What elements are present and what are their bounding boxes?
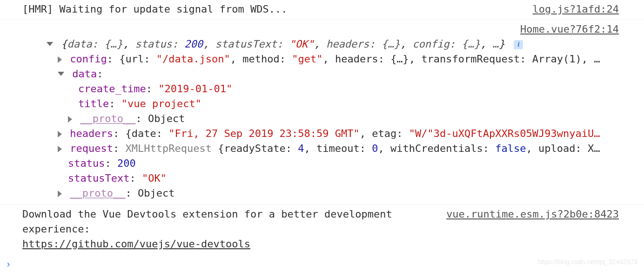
summary-text: {data: {…}, status: 200, statusText: "OK… — [61, 38, 511, 50]
hmr-message: [HMR] Waiting for update signal from WDS… — [22, 2, 533, 17]
devtools-link[interactable]: https://github.com/vuejs/vue-devtools — [22, 238, 250, 250]
chevron-right-icon[interactable] — [68, 116, 72, 123]
object-summary[interactable]: {data: {…}, status: 200, statusText: "OK… — [22, 37, 644, 52]
prop-data[interactable]: data: — [22, 67, 644, 82]
console-entry-object: Home.vue?76f2:14 {data: {…}, status: 200… — [0, 20, 644, 205]
console-entry-devtools: Download the Vue Devtools extension for … — [0, 205, 644, 254]
prop-title: title: "vue project" — [22, 96, 644, 111]
prop-create-time: create_time: "2019-01-01" — [22, 82, 644, 96]
devtools-text-b: experience: — [22, 223, 90, 235]
chevron-down-icon[interactable] — [47, 42, 53, 46]
chevron-right-icon[interactable] — [58, 191, 62, 197]
prop-headers[interactable]: headers: {date: "Fri, 27 Sep 2019 23:58:… — [22, 126, 644, 141]
chevron-down-icon[interactable] — [58, 72, 64, 76]
source-link-object[interactable]: Home.vue?76f2:14 — [520, 22, 644, 37]
info-icon[interactable]: i — [514, 40, 523, 49]
devtools-text-a: Download the Vue Devtools extension for … — [22, 208, 392, 220]
chevron-right-icon[interactable] — [58, 146, 62, 152]
prop-config[interactable]: config: {url: "/data.json", method: "get… — [22, 52, 644, 67]
prop-proto-root[interactable]: __proto__: Object — [22, 186, 644, 201]
prop-request[interactable]: request: XMLHttpRequest {readyState: 4, … — [22, 141, 644, 156]
source-link-hmr[interactable]: log.js?1afd:24 — [533, 2, 644, 17]
prop-status: status: 200 — [22, 156, 644, 171]
prop-statustext: statusText: "OK" — [22, 171, 644, 186]
chevron-right-icon[interactable] — [58, 131, 62, 137]
console-prompt[interactable]: › — [6, 260, 11, 269]
source-link-devtools[interactable]: vue.runtime.esm.js?2b0e:8423 — [446, 207, 644, 222]
watermark: https://blog.csdn.net/qq_32442973 — [537, 254, 637, 269]
console-entry-hmr: [HMR] Waiting for update signal from WDS… — [0, 0, 644, 20]
chevron-right-icon[interactable] — [58, 56, 62, 63]
prop-proto-data[interactable]: __proto__: Object — [22, 111, 644, 126]
